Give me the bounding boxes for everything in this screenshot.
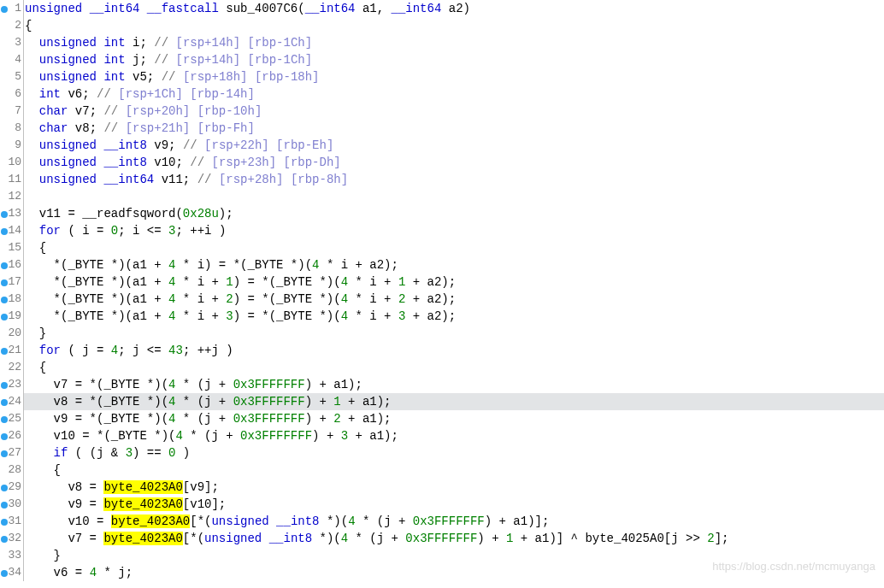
code-line-8[interactable]: 8 char v8; // [rsp+21h] [rbp-Fh] xyxy=(0,120,884,137)
line-number[interactable]: 7 xyxy=(0,103,24,120)
breakpoint-dot-icon[interactable] xyxy=(1,433,8,440)
code-editor[interactable]: 1unsigned __int64 __fastcall sub_4007C6(… xyxy=(0,0,884,581)
line-number[interactable]: 16 xyxy=(0,256,24,273)
code-line-19[interactable]: 19 *(_BYTE *)(a1 + 4 * i + 3) = *(_BYTE … xyxy=(0,308,884,325)
code-line-13[interactable]: 13 v11 = __readfsqword(0x28u); xyxy=(0,205,884,222)
line-number[interactable]: 12 xyxy=(0,188,24,205)
code-text[interactable]: if ( (j & 3) == 0 ) xyxy=(24,444,884,462)
code-text[interactable]: { xyxy=(24,17,884,34)
line-number[interactable]: 31 xyxy=(0,513,24,530)
code-line-11[interactable]: 11 unsigned __int64 v11; // [rsp+28h] [r… xyxy=(0,171,884,188)
code-line-3[interactable]: 3 unsigned int i; // [rsp+14h] [rbp-1Ch] xyxy=(0,34,884,51)
code-line-7[interactable]: 7 char v7; // [rsp+20h] [rbp-10h] xyxy=(0,103,884,120)
line-number[interactable]: 11 xyxy=(0,171,24,188)
line-number[interactable]: 21 xyxy=(0,342,24,359)
code-text[interactable]: char v8; // [rsp+21h] [rbp-Fh] xyxy=(24,120,884,137)
code-text[interactable]: unsigned __int64 __fastcall sub_4007C6(_… xyxy=(24,0,884,17)
line-number[interactable]: 15 xyxy=(0,239,24,256)
code-line-1[interactable]: 1unsigned __int64 __fastcall sub_4007C6(… xyxy=(0,0,884,17)
code-text[interactable]: unsigned int j; // [rsp+14h] [rbp-1Ch] xyxy=(24,51,884,68)
code-text[interactable]: { xyxy=(24,359,884,376)
code-text[interactable]: { xyxy=(24,239,884,256)
code-text[interactable]: v6 = 4 * j; xyxy=(24,564,884,581)
code-line-10[interactable]: 10 unsigned __int8 v10; // [rsp+23h] [rb… xyxy=(0,154,884,171)
breakpoint-dot-icon[interactable] xyxy=(1,570,8,577)
code-line-22[interactable]: 22 { xyxy=(0,359,884,376)
code-text[interactable] xyxy=(24,188,884,205)
code-text[interactable]: } xyxy=(24,547,884,564)
line-number[interactable]: 29 xyxy=(0,479,24,496)
breakpoint-dot-icon[interactable] xyxy=(1,228,8,235)
breakpoint-dot-icon[interactable] xyxy=(1,6,8,13)
line-number[interactable]: 6 xyxy=(0,85,24,103)
code-line-28[interactable]: 28 { xyxy=(0,462,884,479)
line-number[interactable]: 27 xyxy=(0,444,24,462)
line-number[interactable]: 10 xyxy=(0,154,24,171)
line-number[interactable]: 32 xyxy=(0,530,24,547)
breakpoint-dot-icon[interactable] xyxy=(1,399,8,406)
code-line-26[interactable]: 26 v10 = *(_BYTE *)(4 * (j + 0x3FFFFFFF)… xyxy=(0,427,884,444)
code-text[interactable]: unsigned __int8 v9; // [rsp+22h] [rbp-Eh… xyxy=(24,137,884,154)
code-text[interactable]: unsigned __int64 v11; // [rsp+28h] [rbp-… xyxy=(24,171,884,188)
line-number[interactable]: 4 xyxy=(0,51,24,68)
breakpoint-dot-icon[interactable] xyxy=(1,519,8,526)
line-number[interactable]: 1 xyxy=(0,0,24,17)
code-line-2[interactable]: 2{ xyxy=(0,17,884,34)
code-text[interactable]: unsigned __int8 v10; // [rsp+23h] [rbp-D… xyxy=(24,154,884,171)
breakpoint-dot-icon[interactable] xyxy=(1,348,8,355)
code-text[interactable]: v8 = byte_4023A0[v9]; xyxy=(24,479,884,496)
line-number[interactable]: 18 xyxy=(0,291,24,308)
breakpoint-dot-icon[interactable] xyxy=(1,416,8,423)
code-line-14[interactable]: 14 for ( i = 0; i <= 3; ++i ) xyxy=(0,222,884,239)
line-number[interactable]: 19 xyxy=(0,308,24,325)
code-line-25[interactable]: 25 v9 = *(_BYTE *)(4 * (j + 0x3FFFFFFF) … xyxy=(0,410,884,427)
code-line-6[interactable]: 6 int v6; // [rsp+1Ch] [rbp-14h] xyxy=(0,85,884,103)
breakpoint-dot-icon[interactable] xyxy=(1,485,8,491)
code-line-20[interactable]: 20 } xyxy=(0,325,884,342)
code-line-33[interactable]: 33 } xyxy=(0,547,884,564)
code-line-15[interactable]: 15 { xyxy=(0,239,884,256)
breakpoint-dot-icon[interactable] xyxy=(1,536,8,543)
code-text[interactable]: v9 = *(_BYTE *)(4 * (j + 0x3FFFFFFF) + 2… xyxy=(24,410,884,427)
code-text[interactable]: *(_BYTE *)(a1 + 4 * i + 1) = *(_BYTE *)(… xyxy=(24,273,884,291)
line-number[interactable]: 26 xyxy=(0,427,24,444)
line-number[interactable]: 5 xyxy=(0,68,24,85)
line-number[interactable]: 20 xyxy=(0,325,24,342)
code-line-12[interactable]: 12 xyxy=(0,188,884,205)
code-text[interactable]: int v6; // [rsp+1Ch] [rbp-14h] xyxy=(24,85,884,103)
line-number[interactable]: 24 xyxy=(0,393,24,410)
code-text[interactable]: v7 = byte_4023A0[*(unsigned __int8 *)(4 … xyxy=(24,530,884,547)
code-line-9[interactable]: 9 unsigned __int8 v9; // [rsp+22h] [rbp-… xyxy=(0,137,884,154)
code-line-29[interactable]: 29 v8 = byte_4023A0[v9]; xyxy=(0,479,884,496)
code-line-30[interactable]: 30 v9 = byte_4023A0[v10]; xyxy=(0,496,884,513)
breakpoint-dot-icon[interactable] xyxy=(1,502,8,509)
line-number[interactable]: 9 xyxy=(0,137,24,154)
code-text[interactable]: unsigned int v5; // [rsp+18h] [rbp-18h] xyxy=(24,68,884,85)
breakpoint-dot-icon[interactable] xyxy=(1,297,8,303)
code-line-17[interactable]: 17 *(_BYTE *)(a1 + 4 * i + 1) = *(_BYTE … xyxy=(0,273,884,291)
code-text[interactable]: v10 = byte_4023A0[*(unsigned __int8 *)(4… xyxy=(24,513,884,530)
breakpoint-dot-icon[interactable] xyxy=(1,450,8,457)
breakpoint-dot-icon[interactable] xyxy=(1,262,8,269)
code-text[interactable]: } xyxy=(24,325,884,342)
breakpoint-dot-icon[interactable] xyxy=(1,211,8,218)
breakpoint-dot-icon[interactable] xyxy=(1,279,8,286)
line-number[interactable]: 23 xyxy=(0,376,24,393)
code-text[interactable]: char v7; // [rsp+20h] [rbp-10h] xyxy=(24,103,884,120)
code-text[interactable]: *(_BYTE *)(a1 + 4 * i + 2) = *(_BYTE *)(… xyxy=(24,291,884,308)
code-text[interactable]: { xyxy=(24,462,884,479)
code-text[interactable]: for ( i = 0; i <= 3; ++i ) xyxy=(24,222,884,239)
code-line-31[interactable]: 31 v10 = byte_4023A0[*(unsigned __int8 *… xyxy=(0,513,884,530)
line-number[interactable]: 34 xyxy=(0,564,24,581)
code-text[interactable]: v8 = *(_BYTE *)(4 * (j + 0x3FFFFFFF) + 1… xyxy=(24,393,884,410)
code-text[interactable]: v7 = *(_BYTE *)(4 * (j + 0x3FFFFFFF) + a… xyxy=(24,376,884,393)
code-line-34[interactable]: 34 v6 = 4 * j; xyxy=(0,564,884,581)
breakpoint-dot-icon[interactable] xyxy=(1,314,8,320)
line-number[interactable]: 3 xyxy=(0,34,24,51)
code-text[interactable]: v10 = *(_BYTE *)(4 * (j + 0x3FFFFFFF) + … xyxy=(24,427,884,444)
code-text[interactable]: v9 = byte_4023A0[v10]; xyxy=(24,496,884,513)
code-text[interactable]: *(_BYTE *)(a1 + 4 * i) = *(_BYTE *)(4 * … xyxy=(24,256,884,273)
code-text[interactable]: v11 = __readfsqword(0x28u); xyxy=(24,205,884,222)
code-text[interactable]: unsigned int i; // [rsp+14h] [rbp-1Ch] xyxy=(24,34,884,51)
code-line-23[interactable]: 23 v7 = *(_BYTE *)(4 * (j + 0x3FFFFFFF) … xyxy=(0,376,884,393)
